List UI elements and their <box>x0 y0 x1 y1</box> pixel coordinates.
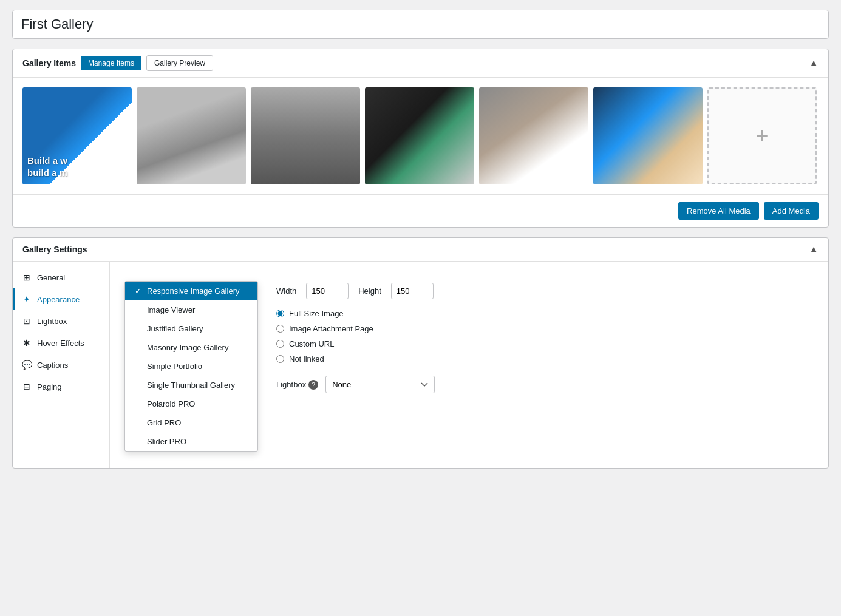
dropdown-item-single-thumbnail[interactable]: Single Thumbnail Gallery <box>125 376 257 394</box>
size-field-row: Width Height <box>276 283 814 299</box>
dropdown-item-simple-portfolio[interactable]: Simple Portfolio <box>125 357 257 376</box>
captions-icon: 💬 <box>21 359 32 370</box>
radio-attachment-page-input[interactable] <box>276 325 284 333</box>
radio-custom-url-input[interactable] <box>276 340 284 348</box>
lightbox-help-icon[interactable]: ? <box>308 380 318 390</box>
settings-panel-title: Gallery Settings <box>22 245 87 254</box>
link-options-group: Full Size Image Image Attachment Page Cu… <box>276 309 814 364</box>
dropdown-item-single-thumbnail-label: Single Thumbnail Gallery <box>147 381 235 390</box>
dropdown-item-justified-label: Justified Gallery <box>147 324 203 333</box>
dropdown-item-masonry-label: Masonry Image Gallery <box>147 343 228 352</box>
add-icon: + <box>755 123 768 149</box>
settings-panel-collapse-btn[interactable]: ▲ <box>809 244 819 255</box>
gallery-item-5[interactable] <box>479 87 588 184</box>
sidebar-item-general[interactable]: ⊞ General <box>13 266 109 288</box>
lightbox-row: Lightbox ? None <box>276 376 814 393</box>
sidebar-item-lightbox[interactable]: ⊡ Lightbox <box>13 310 109 332</box>
gallery-items-panel-footer: Remove All Media Add Media <box>13 194 828 227</box>
sidebar-item-captions[interactable]: 💬 Captions <box>13 354 109 376</box>
gallery-items-panel-header: Gallery Items Manage Items Gallery Previ… <box>13 49 828 78</box>
lightbox-icon: ⊡ <box>21 316 32 327</box>
lightbox-select[interactable]: None <box>325 376 435 393</box>
width-input[interactable] <box>306 283 349 299</box>
dropdown-item-grid-pro-label: Grid PRO <box>147 418 181 427</box>
height-input[interactable] <box>391 283 434 299</box>
gallery-settings-panel: Gallery Settings ▲ ⊞ General ✦ Appearanc… <box>12 237 829 469</box>
sidebar-item-paging-label: Paging <box>37 382 61 391</box>
radio-not-linked[interactable]: Not linked <box>276 354 814 364</box>
dropdown-item-responsive-label: Responsive Image Gallery <box>147 286 239 296</box>
dropdown-item-polaroid-pro[interactable]: Polaroid PRO <box>125 394 257 413</box>
sidebar-item-captions-label: Captions <box>37 360 68 370</box>
radio-custom-url-label: Custom URL <box>289 339 334 348</box>
panel-header-left: Gallery Items Manage Items Gallery Previ… <box>22 55 213 71</box>
dropdown-item-masonry[interactable]: Masonry Image Gallery <box>125 338 257 357</box>
settings-panel-header: Gallery Settings ▲ <box>13 238 828 262</box>
gallery-items-title: Gallery Items <box>22 58 76 68</box>
sidebar-item-appearance-label: Appearance <box>37 295 80 304</box>
gallery-type-dropdown-menu: ✓ Responsive Image Gallery Image Viewer … <box>124 281 258 452</box>
sidebar-item-lightbox-label: Lightbox <box>37 317 67 326</box>
dropdown-item-simple-portfolio-label: Simple Portfolio <box>147 362 202 371</box>
remove-all-media-btn[interactable]: Remove All Media <box>678 202 759 220</box>
radio-not-linked-input[interactable] <box>276 355 284 363</box>
radio-full-size-input[interactable] <box>276 310 284 317</box>
gallery-item-1[interactable]: Build a wbuild a m <box>22 87 132 184</box>
sidebar-item-general-label: General <box>37 273 65 282</box>
gallery-title-bar: First Gallery <box>12 10 829 39</box>
sidebar-item-appearance[interactable]: ✦ Appearance <box>13 288 109 310</box>
settings-content: ✓ Responsive Image Gallery Image Viewer … <box>110 262 828 468</box>
radio-attachment-page-label: Image Attachment Page <box>289 324 373 333</box>
dropdown-item-polaroid-pro-label: Polaroid PRO <box>147 399 195 408</box>
checkmark-icon: ✓ <box>134 286 142 296</box>
dropdown-item-slider-pro[interactable]: Slider PRO <box>125 432 257 451</box>
gallery-items-panel: Gallery Items Manage Items Gallery Previ… <box>12 49 829 228</box>
dropdown-item-justified[interactable]: Justified Gallery <box>125 319 257 338</box>
gallery-item-2[interactable] <box>137 87 246 184</box>
manage-items-tab[interactable]: Manage Items <box>81 56 141 70</box>
gallery-item-4[interactable] <box>365 87 474 184</box>
dropdown-item-image-viewer[interactable]: Image Viewer <box>125 300 257 319</box>
paging-icon: ⊟ <box>21 381 32 392</box>
sidebar-item-hover-effects[interactable]: ✱ Hover Effects <box>13 332 109 354</box>
add-gallery-item-btn[interactable]: + <box>707 87 817 184</box>
sidebar-item-hover-label: Hover Effects <box>37 339 84 348</box>
radio-not-linked-label: Not linked <box>289 354 324 364</box>
height-label: Height <box>358 286 381 296</box>
lightbox-label: Lightbox ? <box>276 380 318 390</box>
hover-effects-icon: ✱ <box>21 337 32 348</box>
radio-full-size[interactable]: Full Size Image <box>276 309 814 318</box>
gallery-item-3[interactable] <box>251 87 360 184</box>
dropdown-item-responsive[interactable]: ✓ Responsive Image Gallery <box>125 282 257 300</box>
gallery-items-collapse-btn[interactable]: ▲ <box>809 58 819 69</box>
width-label: Width <box>276 286 296 296</box>
settings-sidebar: ⊞ General ✦ Appearance ⊡ Lightbox ✱ Hove… <box>13 262 110 468</box>
radio-full-size-label: Full Size Image <box>289 309 344 318</box>
gallery-grid: Build a wbuild a m + <box>13 78 828 194</box>
lightbox-label-text: Lightbox <box>276 380 306 389</box>
appearance-icon: ✦ <box>21 294 32 305</box>
dropdown-item-grid-pro[interactable]: Grid PRO <box>125 413 257 432</box>
general-icon: ⊞ <box>21 272 32 283</box>
gallery-item-1-overlay: Build a wbuild a m <box>27 155 67 178</box>
gallery-item-6[interactable] <box>593 87 703 184</box>
settings-right-column: Width Height Full Size Image Im <box>276 283 814 393</box>
settings-layout: ⊞ General ✦ Appearance ⊡ Lightbox ✱ Hove… <box>13 262 828 468</box>
gallery-title-input[interactable]: First Gallery <box>21 16 820 32</box>
dropdown-item-image-viewer-label: Image Viewer <box>147 305 195 314</box>
radio-custom-url[interactable]: Custom URL <box>276 339 814 348</box>
gallery-preview-tab[interactable]: Gallery Preview <box>146 55 213 71</box>
dropdown-item-slider-pro-label: Slider PRO <box>147 437 186 446</box>
sidebar-item-paging[interactable]: ⊟ Paging <box>13 376 109 398</box>
add-media-btn[interactable]: Add Media <box>764 202 819 220</box>
radio-attachment-page[interactable]: Image Attachment Page <box>276 324 814 333</box>
